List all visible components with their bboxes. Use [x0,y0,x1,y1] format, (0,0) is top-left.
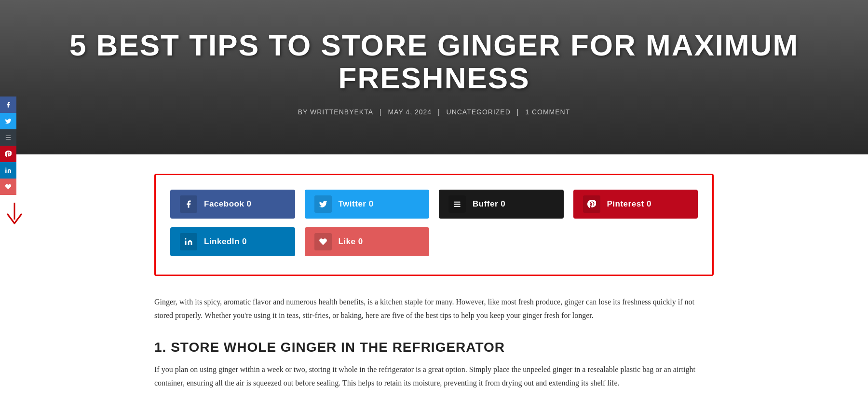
like-label: Like 0 [339,237,363,247]
meta-separator-1: | [380,108,384,116]
like-icon [314,233,332,250]
svg-rect-1 [6,137,11,138]
sidebar-pinterest-btn[interactable] [0,146,16,162]
twitter-label: Twitter 0 [339,199,374,209]
svg-point-4 [5,167,6,168]
buffer-label: Buffer 0 [473,199,505,209]
svg-rect-0 [6,136,11,136]
content-area: Facebook 0 Twitter 0 Buffer 0 Pinterest … [96,154,772,400]
svg-rect-6 [454,202,461,203]
linkedin-label: LinkedIn 0 [204,237,247,247]
hero-section: 5 BEST TIPS TO STORE GINGER FOR MAXIMUM … [0,0,868,154]
share-row2-spacer2 [573,227,698,256]
pinterest-icon [583,195,600,213]
svg-rect-2 [6,139,11,139]
section1-heading: 1. STORE WHOLE GINGER IN THE REFRIGERATO… [154,339,714,356]
page-title: 5 BEST TIPS TO STORE GINGER FOR MAXIMUM … [10,29,858,95]
meta-author: BY WRITTENBYEKTA [298,108,373,116]
meta-separator-3: | [517,108,522,116]
facebook-label: Facebook 0 [204,199,252,209]
sidebar-facebook-btn[interactable] [0,97,16,113]
twitter-icon [314,195,332,213]
share-linkedin-button[interactable]: LinkedIn 0 [170,227,295,256]
arrow-indicator [0,200,29,231]
svg-rect-8 [454,206,461,207]
share-pinterest-button[interactable]: Pinterest 0 [573,190,698,219]
share-row2-spacer1 [439,227,564,256]
svg-rect-7 [454,204,461,205]
sidebar-linkedin-btn[interactable] [0,162,16,179]
share-like-button[interactable]: Like 0 [305,227,430,256]
svg-rect-9 [185,241,187,245]
sidebar-like-btn[interactable] [0,179,16,195]
share-facebook-button[interactable]: Facebook 0 [170,190,295,219]
sidebar-twitter-btn[interactable] [0,113,16,129]
svg-rect-3 [5,169,6,173]
article-intro: Ginger, with its spicy, aromatic flavor … [154,295,714,321]
share-row-1: Facebook 0 Twitter 0 Buffer 0 Pinterest … [170,190,698,219]
meta-separator-2: | [438,108,443,116]
sidebar-buffer-btn[interactable] [0,129,16,146]
share-row-2: LinkedIn 0 Like 0 [170,227,698,256]
share-box: Facebook 0 Twitter 0 Buffer 0 Pinterest … [154,174,714,276]
meta-category: UNCATEGORIZED [447,108,511,116]
section1-body: If you plan on using ginger within a wee… [154,363,714,389]
buffer-icon [448,195,466,213]
meta-comments: 1 COMMENT [525,108,570,116]
share-buffer-button[interactable]: Buffer 0 [439,190,564,219]
share-twitter-button[interactable]: Twitter 0 [305,190,430,219]
svg-point-10 [185,238,187,240]
meta-date: MAY 4, 2024 [388,108,432,116]
sidebar-social [0,97,16,195]
facebook-icon [180,195,197,213]
article-meta: BY WRITTENBYEKTA | MAY 4, 2024 | UNCATEG… [10,108,858,116]
pinterest-label: Pinterest 0 [607,199,651,209]
linkedin-icon [180,233,197,250]
